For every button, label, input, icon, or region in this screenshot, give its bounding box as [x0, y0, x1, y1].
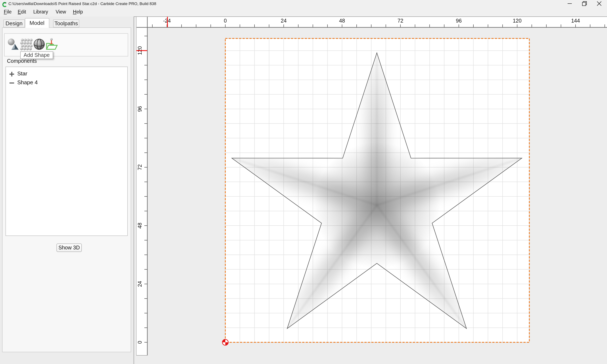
svg-text:120: 120 — [513, 17, 521, 23]
show-3d-button[interactable]: Show 3D — [56, 243, 82, 252]
collapse-minus-icon[interactable] — [9, 80, 14, 85]
add-shape-tooltip: Add Shape — [20, 51, 53, 59]
svg-text:24: 24 — [280, 17, 286, 23]
svg-text:-24: -24 — [163, 17, 171, 23]
tab-model[interactable]: Model — [25, 18, 49, 28]
svg-text:48: 48 — [137, 222, 143, 228]
expand-plus-icon[interactable] — [9, 71, 14, 76]
menu-file[interactable]: File — [3, 7, 13, 16]
svg-text:0: 0 — [137, 341, 143, 344]
svg-text:144: 144 — [571, 17, 580, 23]
close-button[interactable] — [592, 0, 606, 7]
app-icon — [2, 1, 7, 6]
svg-text:96: 96 — [456, 17, 462, 23]
import-shape-button[interactable] — [45, 37, 59, 51]
svg-text:96: 96 — [137, 106, 143, 112]
svg-text:48: 48 — [339, 17, 345, 23]
canvas-svg[interactable]: -24024487296120144024487296120 — [134, 17, 607, 364]
tab-design[interactable]: Design — [3, 19, 25, 27]
tree-item-label: Star — [17, 69, 27, 78]
title-bar: C:\Users\willa\Downloads\5 Point Raised … — [0, 0, 607, 7]
add-shape-icon — [7, 38, 19, 50]
tree-item-label: Shape 4 — [17, 78, 38, 87]
tab-toolpaths[interactable]: Toolpaths — [53, 19, 79, 27]
add-texture-icon — [20, 38, 32, 50]
import-shape-icon — [46, 38, 58, 50]
menu-view[interactable]: View — [55, 7, 67, 16]
add-shape-button[interactable] — [6, 37, 20, 51]
add-texture-button[interactable] — [19, 37, 33, 51]
carbide-create-window: C:\Users\willa\Downloads\5 Point Raised … — [0, 0, 607, 364]
svg-text:72: 72 — [397, 17, 403, 23]
window-title: C:\Users\willa\Downloads\5 Point Raised … — [8, 0, 156, 7]
menu-bar: File Edit Library View Help — [0, 7, 607, 17]
svg-text:0: 0 — [224, 17, 226, 23]
minimize-button[interactable] — [562, 0, 577, 7]
components-label: Components — [7, 58, 37, 64]
menu-library[interactable]: Library — [32, 7, 49, 16]
svg-text:24: 24 — [137, 281, 143, 287]
svg-text:72: 72 — [137, 164, 143, 170]
add-dome-icon — [33, 38, 46, 50]
tree-row-star[interactable]: Star — [6, 69, 127, 78]
menu-edit[interactable]: Edit — [17, 7, 27, 16]
add-dome-button[interactable] — [32, 37, 46, 51]
menu-help[interactable]: Help — [72, 7, 84, 16]
tree-row-shape4[interactable]: Shape 4 — [6, 78, 127, 87]
design-canvas[interactable]: -24024487296120144024487296120 — [133, 16, 607, 364]
restore-button[interactable] — [577, 0, 591, 7]
components-list: Star Shape 4 — [5, 66, 128, 236]
origin-marker — [222, 339, 228, 345]
